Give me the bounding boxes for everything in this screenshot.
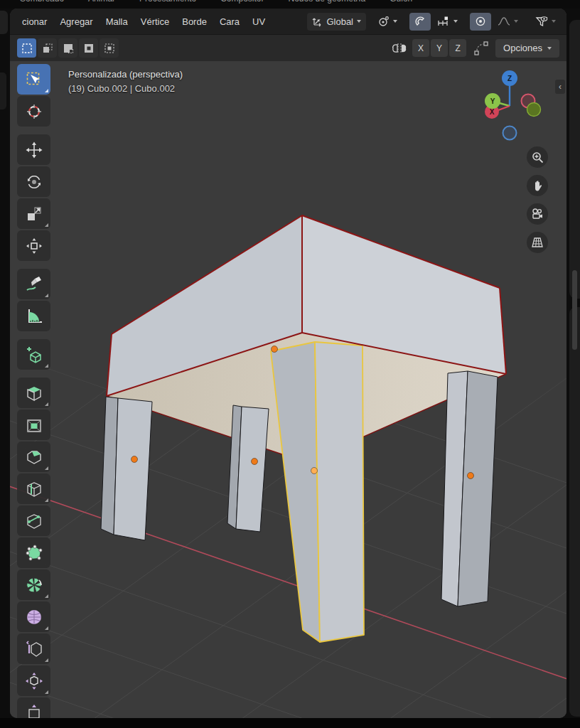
table-leg-mid-left[interactable] [227, 405, 269, 532]
tool-rotate[interactable] [17, 166, 50, 197]
mirror-y-button[interactable]: Y [431, 39, 448, 57]
chevron-down-icon [453, 20, 458, 23]
scale-icon [26, 205, 43, 223]
measure-icon [26, 308, 43, 325]
menu-vertice[interactable]: Vértice [134, 14, 176, 30]
gizmo-minus-z-ball[interactable] [503, 127, 517, 140]
zoom-button[interactable] [527, 146, 548, 168]
pan-button[interactable] [527, 175, 548, 196]
pivot-point-dropdown[interactable] [373, 13, 402, 31]
select-mode-set-button[interactable] [17, 38, 36, 58]
workspace-tab[interactable]: Sombreado [20, 0, 64, 4]
select-extend-icon [42, 43, 53, 54]
menu-cara[interactable]: Cara [213, 14, 246, 30]
move-icon [26, 141, 43, 159]
select-box-icon [26, 71, 43, 88]
falloff-curve-icon [498, 16, 510, 26]
tool-scale[interactable] [17, 198, 50, 229]
gizmo-minus-y-ball[interactable] [527, 103, 541, 117]
proportional-editing-toggle[interactable] [470, 13, 491, 31]
tool-smooth[interactable] [17, 601, 50, 632]
select-invert-icon [83, 43, 95, 54]
status-bar-edge [0, 718, 580, 728]
shear-icon [25, 704, 43, 719]
mirror-icon[interactable] [392, 42, 407, 55]
tool-spin[interactable] [17, 569, 50, 600]
workspace-tab[interactable]: Animar [88, 0, 115, 4]
face-dot-right-leg[interactable] [468, 473, 474, 479]
mirror-z-button[interactable]: Z [449, 39, 466, 57]
tool-knife[interactable] [17, 505, 50, 536]
tool-annotate[interactable] [17, 269, 50, 299]
tool-bevel[interactable] [17, 441, 50, 472]
knife-icon [25, 512, 43, 530]
tool-measure[interactable] [17, 301, 50, 331]
navigation-gizmo[interactable]: X Y Z [480, 67, 551, 146]
tool-cursor[interactable] [17, 96, 50, 127]
tool-loop-cut[interactable] [17, 473, 50, 504]
tool-poly-build[interactable] [17, 537, 50, 568]
sidebar-collapse-arrow[interactable]: ‹ [555, 80, 565, 94]
vertex-dot-top[interactable] [272, 346, 278, 353]
tool-move[interactable] [17, 134, 50, 165]
gizmo-x-line [498, 106, 510, 110]
transform-orientation-dropdown[interactable]: Global [307, 13, 366, 31]
menu-malla[interactable]: Malla [100, 14, 134, 30]
gizmo-z-label: Z [508, 75, 512, 82]
workspace-tab[interactable]: Compositor [220, 0, 264, 4]
camera-view-button[interactable] [527, 203, 548, 225]
select-mode-extend-button[interactable] [38, 38, 57, 58]
proportional-falloff-dropdown[interactable] [493, 13, 523, 31]
viewport-canvas[interactable]: Personalizada (perspectiva) (19) Cubo.00… [10, 61, 566, 718]
gizmo-y-label: Y [490, 97, 495, 105]
menu-uv[interactable]: UV [246, 14, 272, 30]
face-dot-front-leg-active[interactable] [311, 468, 318, 474]
menu-seleccionar[interactable]: cionar [16, 14, 53, 30]
menu-agregar[interactable]: Agregar [53, 14, 99, 30]
shrink-fatten-icon [25, 672, 43, 690]
tool-inset-faces[interactable] [17, 410, 50, 440]
mirror-x-button[interactable]: X [412, 39, 429, 57]
node-link-icon[interactable] [473, 41, 490, 56]
snap-target-dropdown[interactable] [432, 13, 463, 31]
zoom-icon [532, 151, 544, 164]
cursor-3d-icon [26, 103, 43, 120]
face-dot-left-leg[interactable] [131, 456, 138, 463]
snap-toggle[interactable] [409, 13, 431, 31]
inset-faces-icon [25, 416, 43, 434]
workspace-tab[interactable]: Procesamiento [139, 0, 196, 4]
select-mode-subtract-button[interactable] [58, 38, 77, 58]
table-leg-front-selected[interactable] [271, 342, 364, 642]
tool-transform[interactable] [17, 230, 50, 261]
workspace-tab[interactable]: Nodos de geometría [289, 0, 366, 4]
table-leg-right[interactable] [441, 371, 498, 606]
viewport-header: cionar Agregar Malla Vértice Borde Cara … [10, 9, 566, 34]
extrude-region-icon [25, 384, 43, 402]
tool-edge-slide[interactable] [17, 633, 50, 664]
select-intersect-icon [104, 43, 115, 54]
table-leg-left[interactable] [101, 397, 152, 540]
right-editor-edge [566, 9, 580, 718]
active-object-label: (19) Cubo.002 | Cubo.002 [68, 82, 183, 96]
viewport-3d-editor: cionar Agregar Malla Vértice Borde Cara … [10, 9, 566, 718]
select-mode-invert-button[interactable] [79, 38, 98, 58]
options-dropdown[interactable]: Opciones [495, 39, 559, 58]
select-mode-intersect-button[interactable] [100, 38, 119, 58]
tool-extrude-region[interactable] [17, 378, 50, 408]
perspective-toggle-button[interactable] [527, 232, 548, 253]
left-edge-fragment [0, 11, 8, 34]
tool-shrink-fatten[interactable] [17, 665, 50, 696]
properties-edge-fragment [569, 307, 580, 717]
scrollbar-thumb[interactable] [572, 270, 577, 350]
tool-shear[interactable] [17, 697, 50, 718]
proportional-edit-icon [475, 16, 486, 27]
menu-borde[interactable]: Borde [176, 14, 213, 30]
pivot-median-icon [378, 16, 390, 27]
tool-add-cube[interactable] [17, 339, 50, 370]
view-filter-dropdown[interactable] [530, 13, 561, 31]
face-dot-mid-leg[interactable] [252, 459, 258, 465]
camera-icon [531, 208, 544, 220]
workspace-tab[interactable]: Guion [390, 0, 412, 4]
tool-settings-bar: X Y Z Opciones [10, 34, 566, 61]
tool-select-box[interactable] [17, 64, 50, 95]
